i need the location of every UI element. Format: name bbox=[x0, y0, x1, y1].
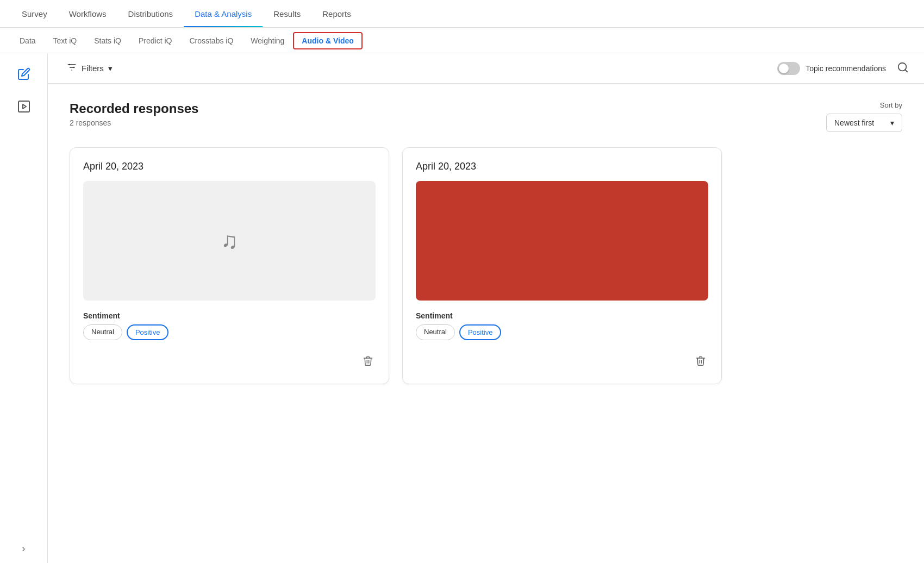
topic-recommendations-toggle[interactable] bbox=[777, 62, 800, 75]
sidebar-collapse-button[interactable]: › bbox=[22, 543, 26, 554]
card-1-sentiment-tags: Neutral Positive bbox=[83, 324, 376, 340]
sidebar: › bbox=[0, 53, 48, 563]
filter-button[interactable]: Filters ▾ bbox=[61, 59, 118, 78]
topic-recommendations-label: Topic recommendations bbox=[806, 64, 886, 73]
nav-distributions[interactable]: Distributions bbox=[117, 2, 184, 26]
section-info: Recorded responses 2 responses bbox=[70, 101, 198, 127]
card-1-tag-positive[interactable]: Positive bbox=[127, 324, 169, 340]
card-1-actions bbox=[83, 349, 376, 371]
toolbar: Filters ▾ Topic recommendations bbox=[48, 53, 924, 84]
card-2-sentiment-tags: Neutral Positive bbox=[416, 324, 708, 340]
card-2-sentiment-label: Sentiment bbox=[416, 311, 708, 320]
subnav-predict-iq[interactable]: Predict iQ bbox=[130, 30, 180, 52]
sidebar-play-button[interactable] bbox=[12, 95, 36, 118]
card-1-sentiment-label: Sentiment bbox=[83, 311, 376, 320]
svg-rect-0 bbox=[18, 101, 29, 112]
svg-point-6 bbox=[73, 67, 75, 68]
nav-workflows[interactable]: Workflows bbox=[58, 2, 117, 26]
subnav-data[interactable]: Data bbox=[11, 30, 45, 52]
nav-results[interactable]: Results bbox=[263, 2, 311, 26]
card-2-delete-button[interactable] bbox=[693, 353, 708, 371]
sort-value: Newest first bbox=[834, 118, 874, 127]
card-2-date: April 20, 2023 bbox=[416, 161, 708, 172]
nav-survey[interactable]: Survey bbox=[11, 2, 58, 26]
card-2-sentiment-section: Sentiment Neutral Positive bbox=[416, 311, 708, 340]
sort-container: Sort by Newest first ▾ bbox=[826, 101, 902, 132]
top-navigation: Survey Workflows Distributions Data & An… bbox=[0, 0, 924, 28]
subnav-crosstabs-iq[interactable]: Crosstabs iQ bbox=[180, 30, 242, 52]
section-title: Recorded responses bbox=[70, 101, 198, 116]
svg-point-5 bbox=[69, 64, 70, 66]
toolbar-right: Topic recommendations bbox=[777, 59, 911, 78]
responses-grid: April 20, 2023 ♫ Sentiment Neutral Posit… bbox=[70, 147, 722, 384]
card-2-tag-neutral[interactable]: Neutral bbox=[416, 324, 455, 340]
sub-navigation: Data Text iQ Stats iQ Predict iQ Crossta… bbox=[0, 28, 924, 53]
sort-dropdown[interactable]: Newest first ▾ bbox=[826, 114, 902, 132]
card-1-audio-preview[interactable]: ♫ bbox=[83, 181, 376, 301]
content-area: Filters ▾ Topic recommendations bbox=[48, 53, 924, 563]
response-card-1: April 20, 2023 ♫ Sentiment Neutral Posit… bbox=[70, 147, 389, 384]
card-1-tag-neutral[interactable]: Neutral bbox=[83, 324, 122, 340]
sidebar-edit-button[interactable] bbox=[12, 62, 36, 86]
response-card-2: April 20, 2023 Sentiment Neutral Positiv… bbox=[402, 147, 722, 384]
subnav-audio-video[interactable]: Audio & Video bbox=[293, 32, 362, 49]
main-layout: › Filters ▾ bbox=[0, 53, 924, 563]
filter-icon bbox=[66, 62, 77, 74]
card-2-video-preview[interactable] bbox=[416, 181, 708, 301]
topic-recommendations-toggle-container: Topic recommendations bbox=[777, 62, 886, 75]
sort-chevron-icon: ▾ bbox=[890, 118, 894, 127]
subnav-weighting[interactable]: Weighting bbox=[242, 30, 293, 52]
section-subtitle: 2 responses bbox=[70, 118, 198, 127]
filter-dropdown-icon: ▾ bbox=[108, 64, 113, 73]
nav-data-analysis[interactable]: Data & Analysis bbox=[184, 2, 263, 26]
svg-marker-1 bbox=[23, 104, 26, 109]
card-2-tag-positive[interactable]: Positive bbox=[459, 324, 502, 340]
card-1-date: April 20, 2023 bbox=[83, 161, 376, 172]
main-content: Recorded responses 2 responses Sort by N… bbox=[48, 84, 924, 563]
search-button[interactable] bbox=[895, 59, 911, 78]
card-1-sentiment-section: Sentiment Neutral Positive bbox=[83, 311, 376, 340]
audio-icon: ♫ bbox=[221, 228, 238, 254]
svg-line-8 bbox=[905, 70, 907, 72]
subnav-stats-iq[interactable]: Stats iQ bbox=[85, 30, 130, 52]
card-2-actions bbox=[416, 349, 708, 371]
subnav-text-iq[interactable]: Text iQ bbox=[45, 30, 86, 52]
sort-label: Sort by bbox=[880, 101, 902, 109]
section-header: Recorded responses 2 responses Sort by N… bbox=[70, 101, 902, 132]
card-1-delete-button[interactable] bbox=[360, 353, 376, 371]
filter-label: Filters bbox=[82, 64, 104, 73]
nav-reports[interactable]: Reports bbox=[311, 2, 362, 26]
